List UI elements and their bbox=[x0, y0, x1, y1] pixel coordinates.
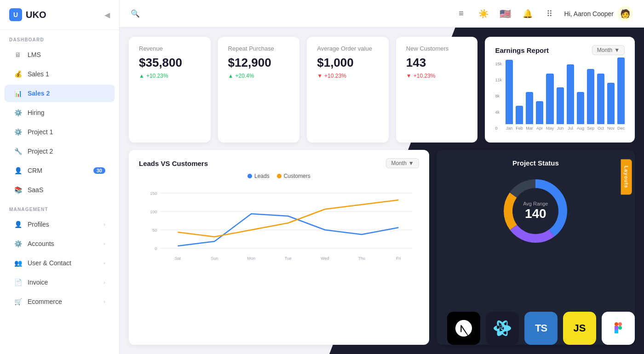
chevron-right-icon: › bbox=[104, 260, 105, 266]
y-label-0: 0 bbox=[495, 126, 502, 131]
sidebar-collapse-button[interactable]: ◀ bbox=[104, 11, 110, 19]
typescript-icon[interactable]: TS bbox=[524, 312, 558, 345]
bar-oct bbox=[597, 74, 604, 124]
bar-col-nov: Nov bbox=[607, 83, 615, 131]
leads-month-selector[interactable]: Month ▼ bbox=[386, 158, 419, 168]
bar-mar bbox=[526, 92, 533, 124]
bar-label-mar: Mar bbox=[526, 126, 533, 131]
project2-icon: 🔧 bbox=[14, 147, 22, 155]
sidebar-item-accounts[interactable]: ⚙️ Accounts › bbox=[5, 235, 115, 252]
repeat-purchase-value: $12,900 bbox=[228, 56, 290, 70]
grid-icon[interactable]: ⠿ bbox=[542, 6, 557, 21]
theme-icon[interactable]: ☀️ bbox=[476, 6, 491, 21]
bar-may bbox=[546, 74, 554, 124]
saas-icon: 📚 bbox=[14, 186, 22, 194]
sidebar-item-user-contact[interactable]: 👥 User & Contact › bbox=[5, 254, 115, 272]
search-icon: 🔍 bbox=[131, 9, 140, 18]
notification-icon[interactable]: 🔔 bbox=[520, 6, 535, 21]
bar-label-may: May bbox=[546, 126, 554, 131]
sidebar-item-label: Ecommerce bbox=[28, 298, 98, 305]
svg-text:Fri: Fri bbox=[396, 256, 401, 261]
repeat-purchase-label: Repeat Purchase bbox=[228, 45, 290, 52]
sidebar-item-crm[interactable]: 👤 CRM 30 bbox=[5, 162, 115, 179]
sidebar-item-label: User & Contact bbox=[28, 259, 98, 267]
svg-point-24 bbox=[618, 326, 622, 330]
sidebar-item-ecommerce[interactable]: 🛒 Ecommerce › bbox=[5, 293, 115, 310]
repeat-purchase-card: Repeat Purchase $12,900 ▲ +20.4% bbox=[218, 37, 300, 143]
bar-apr bbox=[536, 101, 543, 124]
bar-col-may: May bbox=[546, 74, 554, 131]
language-flag-icon[interactable]: 🇺🇸 bbox=[498, 6, 513, 21]
bar-label-jul: Jul bbox=[568, 126, 573, 131]
menu-icon[interactable]: ≡ bbox=[454, 6, 469, 21]
accounts-icon: ⚙️ bbox=[14, 240, 22, 248]
customers-legend-item: Customers bbox=[277, 173, 310, 179]
sales2-icon: 📊 bbox=[14, 89, 22, 97]
bar-label-nov: Nov bbox=[607, 126, 615, 131]
sidebar-item-label: Sales 1 bbox=[28, 70, 105, 78]
sidebar-item-saas[interactable]: 📚 SaaS bbox=[5, 181, 115, 199]
leads-header: Leads VS Customers Month ▼ bbox=[139, 158, 419, 168]
layouts-tab[interactable]: Layouts bbox=[621, 159, 632, 194]
bar-label-dec: Dec bbox=[617, 126, 625, 131]
y-label-8k: 8k bbox=[495, 94, 502, 98]
bar-col-jan: Jan bbox=[506, 60, 513, 131]
revenue-label: Revenue bbox=[139, 45, 201, 52]
dropdown-icon: ▼ bbox=[614, 47, 620, 53]
javascript-icon[interactable]: JS bbox=[563, 312, 596, 345]
bar-label-jun: Jun bbox=[557, 126, 564, 131]
user-info[interactable]: Hi, Aaron Cooper 🧑 bbox=[564, 6, 633, 22]
sidebar-item-project2[interactable]: 🔧 Project 2 bbox=[5, 143, 115, 160]
content-area: Revenue $35,800 ▲ +10.23% Repeat Purchas… bbox=[120, 28, 644, 354]
sidebar-item-label: CRM bbox=[28, 167, 88, 174]
sidebar-item-project1[interactable]: ⚙️ Project 1 bbox=[5, 123, 115, 141]
sidebar-item-hiring[interactable]: ⚙️ Hiring bbox=[5, 104, 115, 121]
svg-rect-22 bbox=[615, 326, 618, 330]
invoice-icon: 📄 bbox=[14, 278, 22, 286]
bar-aug bbox=[577, 92, 584, 124]
sidebar-item-label: Project 2 bbox=[28, 148, 105, 155]
bar-dec bbox=[617, 57, 625, 124]
leads-legend-item: Leads bbox=[247, 173, 270, 179]
bar-label-feb: Feb bbox=[516, 126, 523, 131]
logo-text: UKO bbox=[26, 10, 46, 20]
bar-nov bbox=[607, 83, 615, 124]
sidebar-item-sales1[interactable]: 💰 Sales 1 bbox=[5, 65, 115, 83]
crm-badge: 30 bbox=[93, 167, 105, 174]
leads-card: Leads VS Customers Month ▼ Leads Custome… bbox=[129, 150, 429, 345]
svg-rect-23 bbox=[615, 330, 618, 333]
svg-text:Sat: Sat bbox=[175, 256, 181, 261]
bar-col-mar: Mar bbox=[526, 92, 533, 131]
repeat-purchase-change: ▲ +20.4% bbox=[228, 73, 290, 79]
figma-icon[interactable] bbox=[602, 312, 635, 345]
bar-sep bbox=[587, 69, 594, 124]
dashboard-section-label: DASHBOARD bbox=[0, 30, 119, 45]
donut-center: Avg Range 140 bbox=[523, 201, 548, 221]
bar-jun bbox=[557, 87, 564, 124]
svg-text:150: 150 bbox=[150, 191, 157, 196]
bar-chart-area: JanFebMarAprMayJunJulAugSepOctNovDec bbox=[506, 62, 625, 134]
bar-jul bbox=[567, 64, 574, 124]
tech-icons-row: TS JS bbox=[447, 312, 635, 345]
new-customers-value: 143 bbox=[406, 56, 468, 70]
bar-label-apr: Apr bbox=[536, 126, 543, 131]
bar-chart: JanFebMarAprMayJunJulAugSepOctNovDec bbox=[506, 62, 625, 131]
sidebar-item-invoice[interactable]: 📄 Invoice › bbox=[5, 274, 115, 291]
bar-label-sep: Sep bbox=[587, 126, 594, 131]
sidebar-item-profiles[interactable]: 👤 Profiles › bbox=[5, 216, 115, 233]
svg-text:Sun: Sun bbox=[211, 256, 218, 261]
chevron-right-icon: › bbox=[104, 241, 105, 246]
svg-text:50: 50 bbox=[152, 228, 157, 233]
nextjs-icon[interactable] bbox=[447, 312, 480, 345]
y-axis-labels: 15k 11k 8k 4k 0 bbox=[495, 62, 506, 131]
react-icon[interactable] bbox=[486, 312, 519, 345]
sidebar-item-sales2[interactable]: 📊 Sales 2 bbox=[5, 85, 115, 102]
revenue-change: ▲ +10.23% bbox=[139, 73, 201, 79]
bar-col-sep: Sep bbox=[587, 69, 594, 131]
month-selector[interactable]: Month ▼ bbox=[592, 45, 625, 55]
sidebar-item-label: Accounts bbox=[28, 240, 98, 247]
down-arrow-icon: ▼ bbox=[317, 73, 322, 79]
sidebar-item-lms[interactable]: 🖥 LMS bbox=[5, 46, 115, 63]
svg-text:0: 0 bbox=[155, 246, 157, 251]
earnings-title: Earnings Report bbox=[495, 46, 549, 54]
